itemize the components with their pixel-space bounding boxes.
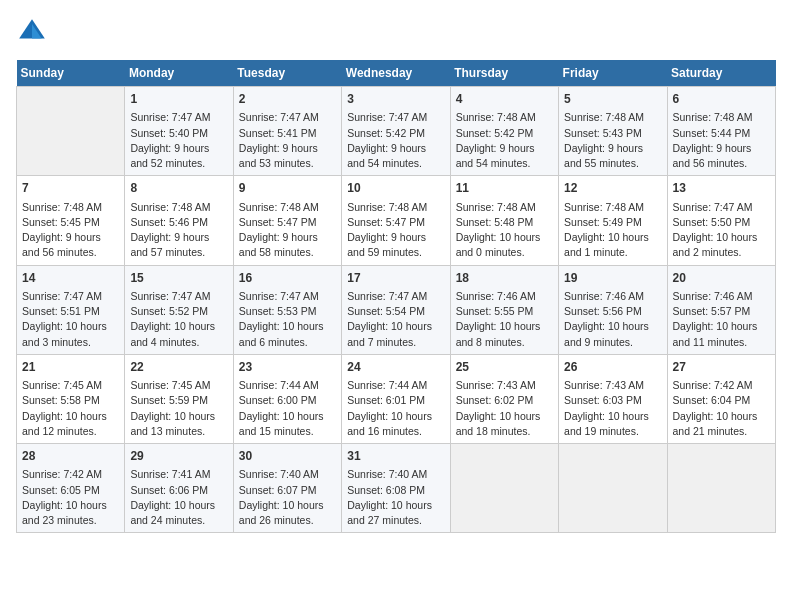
day-info: Sunrise: 7:48 AMSunset: 5:42 PMDaylight:… bbox=[456, 110, 553, 171]
day-info: Sunrise: 7:48 AMSunset: 5:48 PMDaylight:… bbox=[456, 200, 553, 261]
day-info: Sunrise: 7:48 AMSunset: 5:46 PMDaylight:… bbox=[130, 200, 227, 261]
day-number: 30 bbox=[239, 448, 336, 465]
calendar-cell: 27Sunrise: 7:42 AMSunset: 6:04 PMDayligh… bbox=[667, 354, 775, 443]
week-row-1: 1Sunrise: 7:47 AMSunset: 5:40 PMDaylight… bbox=[17, 87, 776, 176]
day-number: 5 bbox=[564, 91, 661, 108]
day-info: Sunrise: 7:42 AMSunset: 6:04 PMDaylight:… bbox=[673, 378, 770, 439]
day-info: Sunrise: 7:47 AMSunset: 5:40 PMDaylight:… bbox=[130, 110, 227, 171]
day-info: Sunrise: 7:45 AMSunset: 5:59 PMDaylight:… bbox=[130, 378, 227, 439]
day-number: 2 bbox=[239, 91, 336, 108]
day-number: 31 bbox=[347, 448, 444, 465]
header-day-tuesday: Tuesday bbox=[233, 60, 341, 87]
day-number: 18 bbox=[456, 270, 553, 287]
day-info: Sunrise: 7:42 AMSunset: 6:05 PMDaylight:… bbox=[22, 467, 119, 528]
logo-icon bbox=[16, 16, 48, 48]
week-row-5: 28Sunrise: 7:42 AMSunset: 6:05 PMDayligh… bbox=[17, 444, 776, 533]
week-row-3: 14Sunrise: 7:47 AMSunset: 5:51 PMDayligh… bbox=[17, 265, 776, 354]
header-day-monday: Monday bbox=[125, 60, 233, 87]
week-row-4: 21Sunrise: 7:45 AMSunset: 5:58 PMDayligh… bbox=[17, 354, 776, 443]
page-header bbox=[16, 16, 776, 48]
day-info: Sunrise: 7:48 AMSunset: 5:47 PMDaylight:… bbox=[239, 200, 336, 261]
calendar-cell: 2Sunrise: 7:47 AMSunset: 5:41 PMDaylight… bbox=[233, 87, 341, 176]
calendar-cell bbox=[667, 444, 775, 533]
day-info: Sunrise: 7:48 AMSunset: 5:47 PMDaylight:… bbox=[347, 200, 444, 261]
header-row: SundayMondayTuesdayWednesdayThursdayFrid… bbox=[17, 60, 776, 87]
header-day-wednesday: Wednesday bbox=[342, 60, 450, 87]
day-info: Sunrise: 7:47 AMSunset: 5:50 PMDaylight:… bbox=[673, 200, 770, 261]
day-number: 4 bbox=[456, 91, 553, 108]
calendar-cell: 3Sunrise: 7:47 AMSunset: 5:42 PMDaylight… bbox=[342, 87, 450, 176]
calendar-cell: 25Sunrise: 7:43 AMSunset: 6:02 PMDayligh… bbox=[450, 354, 558, 443]
day-number: 10 bbox=[347, 180, 444, 197]
header-day-saturday: Saturday bbox=[667, 60, 775, 87]
calendar-cell: 6Sunrise: 7:48 AMSunset: 5:44 PMDaylight… bbox=[667, 87, 775, 176]
calendar-cell: 30Sunrise: 7:40 AMSunset: 6:07 PMDayligh… bbox=[233, 444, 341, 533]
calendar-cell: 21Sunrise: 7:45 AMSunset: 5:58 PMDayligh… bbox=[17, 354, 125, 443]
calendar-cell: 18Sunrise: 7:46 AMSunset: 5:55 PMDayligh… bbox=[450, 265, 558, 354]
day-number: 21 bbox=[22, 359, 119, 376]
day-number: 23 bbox=[239, 359, 336, 376]
calendar-body: 1Sunrise: 7:47 AMSunset: 5:40 PMDaylight… bbox=[17, 87, 776, 533]
day-info: Sunrise: 7:48 AMSunset: 5:45 PMDaylight:… bbox=[22, 200, 119, 261]
calendar-cell: 4Sunrise: 7:48 AMSunset: 5:42 PMDaylight… bbox=[450, 87, 558, 176]
header-day-sunday: Sunday bbox=[17, 60, 125, 87]
header-day-thursday: Thursday bbox=[450, 60, 558, 87]
calendar-cell: 22Sunrise: 7:45 AMSunset: 5:59 PMDayligh… bbox=[125, 354, 233, 443]
calendar-cell: 7Sunrise: 7:48 AMSunset: 5:45 PMDaylight… bbox=[17, 176, 125, 265]
day-info: Sunrise: 7:48 AMSunset: 5:49 PMDaylight:… bbox=[564, 200, 661, 261]
calendar-cell: 5Sunrise: 7:48 AMSunset: 5:43 PMDaylight… bbox=[559, 87, 667, 176]
calendar-cell bbox=[559, 444, 667, 533]
day-number: 14 bbox=[22, 270, 119, 287]
day-number: 20 bbox=[673, 270, 770, 287]
day-number: 24 bbox=[347, 359, 444, 376]
day-number: 16 bbox=[239, 270, 336, 287]
calendar-cell: 13Sunrise: 7:47 AMSunset: 5:50 PMDayligh… bbox=[667, 176, 775, 265]
day-info: Sunrise: 7:47 AMSunset: 5:51 PMDaylight:… bbox=[22, 289, 119, 350]
day-number: 28 bbox=[22, 448, 119, 465]
day-number: 8 bbox=[130, 180, 227, 197]
day-info: Sunrise: 7:45 AMSunset: 5:58 PMDaylight:… bbox=[22, 378, 119, 439]
calendar-cell: 16Sunrise: 7:47 AMSunset: 5:53 PMDayligh… bbox=[233, 265, 341, 354]
week-row-2: 7Sunrise: 7:48 AMSunset: 5:45 PMDaylight… bbox=[17, 176, 776, 265]
calendar-cell: 20Sunrise: 7:46 AMSunset: 5:57 PMDayligh… bbox=[667, 265, 775, 354]
day-info: Sunrise: 7:46 AMSunset: 5:55 PMDaylight:… bbox=[456, 289, 553, 350]
svg-marker-1 bbox=[32, 24, 42, 38]
calendar-cell: 12Sunrise: 7:48 AMSunset: 5:49 PMDayligh… bbox=[559, 176, 667, 265]
logo bbox=[16, 16, 52, 48]
calendar-cell: 19Sunrise: 7:46 AMSunset: 5:56 PMDayligh… bbox=[559, 265, 667, 354]
day-info: Sunrise: 7:43 AMSunset: 6:03 PMDaylight:… bbox=[564, 378, 661, 439]
day-number: 3 bbox=[347, 91, 444, 108]
day-number: 13 bbox=[673, 180, 770, 197]
day-info: Sunrise: 7:48 AMSunset: 5:44 PMDaylight:… bbox=[673, 110, 770, 171]
day-number: 29 bbox=[130, 448, 227, 465]
day-number: 22 bbox=[130, 359, 227, 376]
calendar-cell: 23Sunrise: 7:44 AMSunset: 6:00 PMDayligh… bbox=[233, 354, 341, 443]
calendar-cell: 1Sunrise: 7:47 AMSunset: 5:40 PMDaylight… bbox=[125, 87, 233, 176]
calendar-cell: 28Sunrise: 7:42 AMSunset: 6:05 PMDayligh… bbox=[17, 444, 125, 533]
day-info: Sunrise: 7:47 AMSunset: 5:41 PMDaylight:… bbox=[239, 110, 336, 171]
calendar-table: SundayMondayTuesdayWednesdayThursdayFrid… bbox=[16, 60, 776, 533]
day-info: Sunrise: 7:47 AMSunset: 5:54 PMDaylight:… bbox=[347, 289, 444, 350]
calendar-cell: 9Sunrise: 7:48 AMSunset: 5:47 PMDaylight… bbox=[233, 176, 341, 265]
calendar-cell: 11Sunrise: 7:48 AMSunset: 5:48 PMDayligh… bbox=[450, 176, 558, 265]
day-number: 25 bbox=[456, 359, 553, 376]
header-day-friday: Friday bbox=[559, 60, 667, 87]
day-info: Sunrise: 7:47 AMSunset: 5:42 PMDaylight:… bbox=[347, 110, 444, 171]
calendar-cell: 15Sunrise: 7:47 AMSunset: 5:52 PMDayligh… bbox=[125, 265, 233, 354]
calendar-cell: 29Sunrise: 7:41 AMSunset: 6:06 PMDayligh… bbox=[125, 444, 233, 533]
day-info: Sunrise: 7:44 AMSunset: 6:01 PMDaylight:… bbox=[347, 378, 444, 439]
day-number: 6 bbox=[673, 91, 770, 108]
day-number: 15 bbox=[130, 270, 227, 287]
calendar-cell: 8Sunrise: 7:48 AMSunset: 5:46 PMDaylight… bbox=[125, 176, 233, 265]
day-number: 11 bbox=[456, 180, 553, 197]
day-number: 1 bbox=[130, 91, 227, 108]
calendar-cell: 26Sunrise: 7:43 AMSunset: 6:03 PMDayligh… bbox=[559, 354, 667, 443]
day-info: Sunrise: 7:46 AMSunset: 5:57 PMDaylight:… bbox=[673, 289, 770, 350]
day-info: Sunrise: 7:41 AMSunset: 6:06 PMDaylight:… bbox=[130, 467, 227, 528]
day-number: 26 bbox=[564, 359, 661, 376]
calendar-cell: 10Sunrise: 7:48 AMSunset: 5:47 PMDayligh… bbox=[342, 176, 450, 265]
day-number: 19 bbox=[564, 270, 661, 287]
day-number: 17 bbox=[347, 270, 444, 287]
day-number: 27 bbox=[673, 359, 770, 376]
day-info: Sunrise: 7:48 AMSunset: 5:43 PMDaylight:… bbox=[564, 110, 661, 171]
